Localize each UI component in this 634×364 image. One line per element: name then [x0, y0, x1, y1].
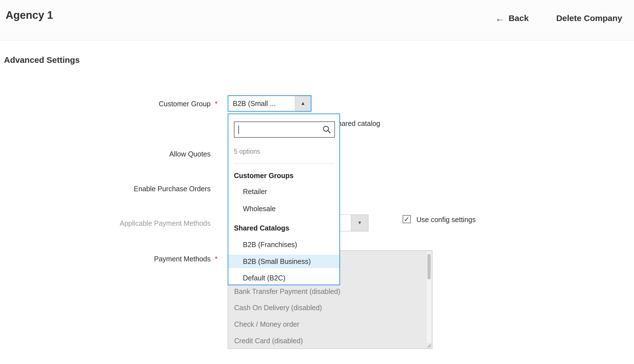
customer-group-required-mark: * — [215, 100, 218, 107]
customer-group-select[interactable]: B2B (Small ... ▲ — [228, 95, 311, 112]
shared-catalog-note: shared catalog — [334, 119, 380, 128]
customer-group-select-value: B2B (Small ... — [233, 96, 276, 111]
search-icon — [322, 125, 332, 134]
arrow-left-icon: ← — [495, 13, 505, 23]
allow-quotes-label: Allow Quotes — [169, 150, 211, 158]
text-cursor — [238, 125, 239, 134]
customer-group-dropdown: 5 options Customer Groups Retailer Whole… — [228, 114, 340, 285]
dropdown-option-b2b-small-business[interactable]: B2B (Small Business) — [228, 255, 339, 268]
select-expand-button: ▼ — [351, 215, 368, 231]
payment-method-option: Credit Card (disabled) — [234, 337, 303, 344]
header-actions: ← Back Delete Company — [495, 13, 622, 23]
applicable-payment-methods-label: Applicable Payment Methods — [120, 220, 211, 227]
back-button-label: Back — [508, 14, 529, 22]
page-title: Agency 1 — [6, 9, 53, 21]
option-group-shared-catalogs: Shared Catalogs — [234, 221, 289, 235]
page-header: Agency 1 ← Back Delete Company — [0, 0, 634, 40]
option-group-customer-groups: Customer Groups — [234, 169, 294, 182]
dropdown-option-default-b2c[interactable]: Default (B2C) — [228, 271, 339, 285]
options-count: 5 options — [234, 148, 260, 155]
dropdown-option-retailer[interactable]: Retailer — [228, 185, 339, 198]
chevron-up-icon: ▲ — [301, 101, 305, 106]
dropdown-option-b2b-franchises[interactable]: B2B (Franchises) — [228, 238, 339, 251]
payment-methods-required-mark: * — [215, 255, 218, 262]
dropdown-option-wholesale[interactable]: Wholesale — [228, 202, 339, 215]
checkmark-icon: ✓ — [404, 215, 409, 223]
company-edit-page: Agency 1 ← Back Delete Company Advanced … — [0, 0, 634, 364]
dropdown-divider — [234, 163, 334, 164]
dropdown-search-input[interactable] — [234, 121, 335, 138]
listbox-scrollbar-track — [427, 252, 431, 348]
chevron-down-icon: ▼ — [357, 220, 362, 226]
payment-method-option: Check / Money order — [234, 321, 299, 328]
customer-group-label: Customer Group — [159, 100, 211, 107]
back-button[interactable]: ← Back — [495, 13, 529, 23]
listbox-scrollbar-thumb[interactable] — [427, 254, 431, 280]
delete-company-label: Delete Company — [556, 13, 622, 23]
section-title: Advanced Settings — [4, 55, 80, 65]
select-collapse-button[interactable]: ▲ — [295, 96, 311, 111]
payment-methods-label: Payment Methods — [154, 255, 211, 262]
payment-method-option: Bank Transfer Payment (disabled) — [234, 288, 340, 295]
use-config-settings-checkbox[interactable]: ✓ — [403, 215, 411, 223]
payment-method-option: Cash On Delivery (disabled) — [234, 304, 322, 311]
resize-handle-icon[interactable] — [427, 343, 432, 348]
delete-company-button[interactable]: Delete Company — [556, 14, 622, 22]
enable-purchase-orders-label: Enable Purchase Orders — [134, 185, 211, 192]
use-config-settings-label: Use config settings — [416, 216, 476, 224]
